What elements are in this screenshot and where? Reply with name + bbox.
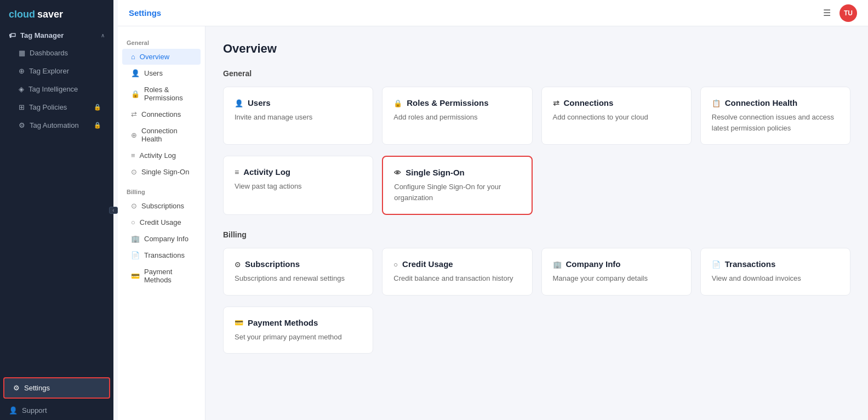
card-subscriptions[interactable]: Subscriptions Subscriptions and renewal … [223, 248, 373, 296]
sub-nav-transactions[interactable]: 📄 Transactions [122, 247, 201, 263]
menu-icon[interactable]: ☰ [823, 8, 831, 18]
top-header: Settings ☰ TU [118, 0, 868, 26]
tag-intelligence-icon: ◈ [19, 85, 24, 93]
support-icon: 👤 [9, 406, 18, 415]
billing-section-label: Billing [223, 230, 850, 239]
sub-nav-activity-log[interactable]: ≡ Activity Log [122, 147, 201, 163]
main-content: Overview General Users Invite and manage… [205, 26, 868, 420]
general-cards-row1: Users Invite and manage users Roles & Pe… [223, 87, 850, 145]
tag-manager-section[interactable]: 🏷 Tag Manager ∧ [0, 27, 113, 44]
credit-usage-icon: ○ [131, 218, 135, 226]
lock-icon-2: 🔒 [94, 122, 101, 129]
billing-group-label: Billing [118, 184, 205, 197]
general-section-label: General [223, 69, 850, 78]
tag-policies-icon: ⊞ [19, 103, 25, 111]
page-title: Overview [223, 42, 850, 56]
company-card-icon [553, 260, 562, 269]
tag-automation-icon: ⚙ [19, 121, 25, 129]
logo-cloud: cloud [9, 9, 35, 20]
card-connection-health[interactable]: Connection Health Resolve connection iss… [700, 87, 850, 145]
users-icon: 👤 [131, 69, 140, 77]
sub-nav-company-info[interactable]: 🏢 Company Info [122, 231, 201, 247]
sidebar-item-settings[interactable]: ⚙ Settings [3, 377, 110, 399]
general-cards-row2: Activity Log View past tag actions Singl… [223, 156, 850, 215]
sub-nav-single-sign-on[interactable]: ⊙ Single Sign-On [122, 164, 201, 180]
sidebar-collapse-button[interactable]: ‹ [109, 207, 118, 214]
lock-icon: 🔒 [94, 104, 101, 111]
content-area: General ⌂ Overview 👤 Users 🔒 Roles & Per… [118, 26, 868, 420]
company-info-icon: 🏢 [131, 235, 140, 243]
subscriptions-card-icon [235, 260, 241, 269]
sub-nav-credit-usage[interactable]: ○ Credit Usage [122, 214, 201, 230]
sub-nav-overview[interactable]: ⌂ Overview [122, 49, 201, 65]
users-card-icon [235, 99, 243, 107]
card-users[interactable]: Users Invite and manage users [223, 87, 373, 145]
sub-nav-connection-health[interactable]: ⊕ Connection Health [122, 123, 201, 147]
header-actions: ☰ TU [823, 4, 857, 22]
sub-nav-subscriptions[interactable]: ⊙ Subscriptions [122, 198, 201, 214]
sidebar: cloudsaver 🏷 Tag Manager ∧ ▦ Dashboards … [0, 0, 113, 420]
roles-icon: 🔒 [131, 90, 140, 98]
sidebar-item-tag-explorer[interactable]: ⊕ Tag Explorer [3, 63, 110, 80]
connections-card-icon [553, 99, 559, 107]
card-transactions[interactable]: Transactions View and download invoices [700, 248, 850, 296]
sub-nav-roles-permissions[interactable]: 🔒 Roles & Permissions [122, 82, 201, 106]
activity-log-icon: ≡ [131, 151, 135, 160]
general-group-label: General [118, 35, 205, 48]
chevron-up-icon: ∧ [101, 32, 105, 38]
sidebar-item-tag-automation[interactable]: ⚙ Tag Automation 🔒 [3, 117, 110, 134]
transactions-icon: 📄 [131, 251, 140, 259]
overview-icon: ⌂ [131, 53, 135, 61]
sub-nav-payment-methods[interactable]: 💳 Payment Methods [122, 264, 201, 288]
billing-cards-row1: Subscriptions Subscriptions and renewal … [223, 248, 850, 296]
roles-card-icon [393, 99, 402, 107]
sidebar-item-support[interactable]: 👤 Support [0, 401, 113, 420]
avatar[interactable]: TU [840, 4, 857, 22]
tag-icon: 🏷 [9, 31, 16, 39]
sidebar-item-tag-intelligence[interactable]: ◈ Tag Intelligence [3, 81, 110, 98]
activity-card-icon [235, 168, 239, 177]
connection-health-card-icon [712, 99, 721, 107]
payment-methods-icon: 💳 [131, 272, 140, 280]
card-credit-usage[interactable]: Credit Usage Credit balance and transact… [382, 248, 532, 296]
credit-card-icon [393, 260, 398, 269]
card-payment-methods[interactable]: Payment Methods Set your primary payment… [223, 307, 373, 354]
tag-explorer-icon: ⊕ [19, 67, 25, 75]
connections-icon: ⇄ [131, 110, 137, 118]
sub-nav-users[interactable]: 👤 Users [122, 65, 201, 81]
logo-saver: saver [37, 9, 63, 20]
sidebar-bottom: ⚙ Settings 👤 Support [0, 375, 113, 420]
dashboard-icon: ▦ [19, 49, 25, 57]
connection-health-icon: ⊕ [131, 131, 137, 139]
card-roles-permissions[interactable]: Roles & Permissions Add roles and permis… [382, 87, 532, 145]
subscriptions-icon: ⊙ [131, 202, 137, 210]
sidebar-item-tag-policies[interactable]: ⊞ Tag Policies 🔒 [3, 99, 110, 116]
sso-card-icon [394, 168, 401, 177]
payment-card-icon [235, 318, 243, 327]
transactions-card-icon [712, 260, 721, 269]
card-activity-log[interactable]: Activity Log View past tag actions [223, 156, 373, 215]
sub-nav: General ⌂ Overview 👤 Users 🔒 Roles & Per… [118, 26, 205, 420]
card-single-sign-on[interactable]: Single Sign-On Configure Single Sign-On … [382, 156, 532, 215]
settings-icon: ⚙ [13, 384, 20, 392]
header-title: Settings [129, 8, 161, 18]
tag-manager-label: Tag Manager [20, 31, 64, 39]
card-connections[interactable]: Connections Add connections to your clou… [541, 87, 692, 145]
sso-icon: ⊙ [131, 168, 137, 176]
card-company-info[interactable]: Company Info Manage your company details [541, 248, 692, 296]
logo: cloudsaver [0, 0, 113, 27]
sidebar-item-dashboards[interactable]: ▦ Dashboards [3, 44, 110, 61]
sub-nav-connections[interactable]: ⇄ Connections [122, 106, 201, 122]
right-panel: Settings ☰ TU General ⌂ Overview 👤 Users… [118, 0, 868, 420]
payment-cards-row: Payment Methods Set your primary payment… [223, 307, 850, 354]
